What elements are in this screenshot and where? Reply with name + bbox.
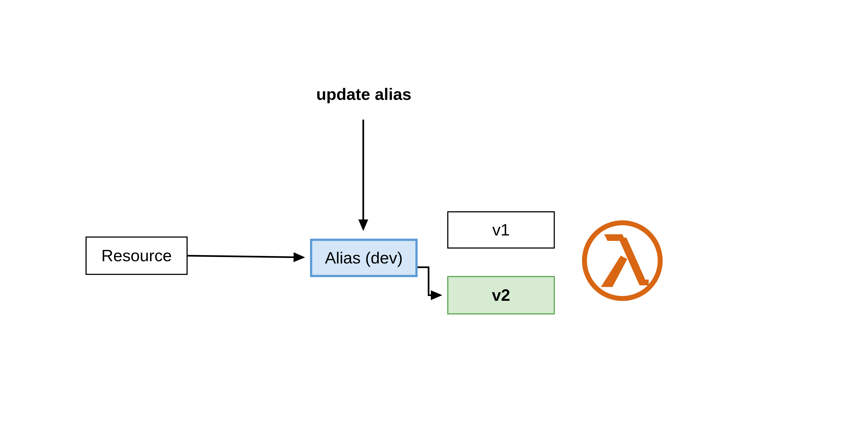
version-v2-text: v2 [492, 286, 510, 305]
update-alias-label: update alias [297, 85, 431, 104]
arrow-alias-to-v2 [417, 267, 440, 295]
version-v1-text: v1 [492, 221, 510, 239]
resource-box-text: Resource [101, 246, 172, 265]
alias-box: Alias (dev) [310, 239, 417, 277]
resource-box: Resource [86, 237, 188, 275]
arrow-resource-to-alias [188, 256, 303, 257]
alias-box-text: Alias (dev) [325, 249, 403, 267]
aws-lambda-icon [581, 220, 663, 302]
diagram-arrows [0, 0, 868, 428]
version-v1-box: v1 [447, 211, 555, 249]
version-v2-box: v2 [447, 276, 555, 314]
